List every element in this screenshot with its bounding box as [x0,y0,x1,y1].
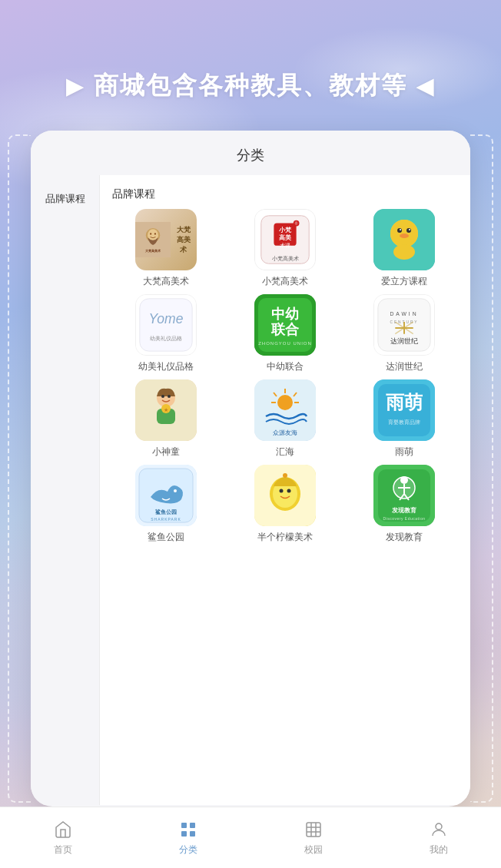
brand-logo-huihai: 众源友海 [254,379,316,441]
svg-text:术课: 术课 [280,243,290,248]
svg-text:育婴教育品牌: 育婴教育品牌 [388,419,420,426]
brand-name-xiaoshen: 小神童 [152,446,180,459]
brand-logo-faxian: 发现教育 Discovery Education [373,465,435,526]
svg-text:ZHONGYOU UNION: ZHONGYOU UNION [258,341,312,346]
svg-point-4 [154,233,155,234]
bottom-navigation: 首页 分类 校园 [0,807,501,868]
brand-item-bangelemon[interactable]: 半个柠檬美术 [228,465,341,544]
svg-text:联合: 联合 [270,322,300,337]
svg-text:大梵高美术: 大梵高美术 [144,249,161,253]
nav-item-category[interactable]: 分类 [125,819,250,856]
brand-logo-yumeng: 雨萌 育婴教育品牌 [373,379,435,441]
svg-rect-79 [190,823,195,828]
nav-label-category: 分类 [179,843,197,856]
mine-icon [428,819,450,840]
brand-name-dafan: 大梵高美术 [143,275,189,288]
nav-label-campus: 校园 [304,843,323,856]
brand-logo-xiaofan: 小梵 高美 术课 ® 小梵高美术 [254,209,316,270]
dashed-border-left [8,134,31,803]
brand-item-yumeng[interactable]: 雨萌 育婴教育品牌 雨萌 [348,379,461,459]
brand-item-youmei[interactable]: Yome 幼美礼仪品格 幼美礼仪品格 [109,294,222,373]
brand-name-faxian: 发现教育 [386,531,423,544]
brand-name-huihai: 汇海 [276,446,294,459]
brand-logo-zhongyou: 中幼 联合 ZHONGYOU UNION [254,294,316,356]
svg-point-67 [283,473,287,478]
brand-logo-ailifang [373,209,435,270]
brand-logo-jingyu: 鲨鱼公园 SHARKPARK [135,465,197,526]
brand-name-jingyu: 鲨鱼公园 [148,531,184,544]
brand-item-zhongyou[interactable]: 中幼 联合 ZHONGYOU UNION 中幼联合 [228,294,341,373]
svg-text:SHARKPARK: SHARKPARK [151,517,181,522]
svg-text:★: ★ [164,407,168,412]
card-title: 分类 [31,131,470,175]
header-banner: ▶ 商城包含各种教具、教材等 ◀ [0,69,501,103]
brand-item-darun[interactable]: DAWIN CENTURY 达润世纪 达润世纪 [348,294,461,373]
brand-item-huihai[interactable]: 众源友海 汇海 [228,379,341,459]
nav-label-mine: 我的 [430,843,448,856]
svg-text:雨萌: 雨萌 [386,392,423,412]
brand-item-dafan[interactable]: 大梵高美术 大梵高美术 [109,209,222,288]
section-title-brand: 品牌课程 [106,184,464,209]
brand-logo-dafan: 大梵高美术 [135,209,197,270]
brand-item-xiaofan[interactable]: 小梵 高美 术课 ® 小梵高美术 小梵高美术 [228,209,341,288]
svg-rect-82 [307,823,320,837]
svg-point-40 [161,395,164,398]
category-icon [178,819,199,840]
brand-name-yumeng: 雨萌 [395,446,413,459]
svg-point-20 [400,229,401,230]
nav-item-campus[interactable]: 校园 [250,819,376,856]
main-card: 分类 品牌课程 品牌课程 [31,131,470,807]
arrow-left-icon: ▶ [66,74,85,99]
brand-name-youmei: 幼美礼仪品格 [138,360,194,373]
brand-item-faxian[interactable]: 发现教育 Discovery Education 发现教育 [348,465,461,544]
svg-text:达润世纪: 达润世纪 [390,337,418,345]
svg-point-87 [436,823,442,830]
svg-text:DAWIN: DAWIN [390,311,419,316]
svg-text:中幼: 中幼 [271,306,299,322]
svg-point-23 [393,244,415,260]
svg-text:高美: 高美 [279,234,292,241]
campus-icon [303,819,324,840]
brand-logo-xiaoshen: ★ [135,379,197,441]
brand-item-ailifang[interactable]: 爱立方课程 [348,209,461,288]
dashed-border-right [470,134,493,803]
svg-point-66 [287,489,290,493]
svg-text:Yome: Yome [148,311,183,326]
card-body: 品牌课程 品牌课程 [31,175,470,805]
brand-name-bangelemon: 半个柠檬美术 [257,531,313,544]
svg-text:Discovery Education: Discovery Education [383,516,426,521]
brand-name-ailifang: 爱立方课程 [381,275,427,288]
brand-logo-bangelemon [254,465,316,526]
brand-name-darun: 达润世纪 [386,360,423,373]
brand-item-xiaoshen[interactable]: ★ 小神童 [109,379,222,459]
category-sidebar: 品牌课程 [31,175,100,805]
svg-point-71 [400,476,408,484]
svg-text:鲨鱼公园: 鲨鱼公园 [155,509,177,515]
svg-point-22 [400,234,409,238]
svg-point-3 [150,233,151,234]
svg-point-18 [397,228,402,233]
nav-item-home[interactable]: 首页 [0,819,125,856]
svg-text:幼美礼仪品格: 幼美礼仪品格 [150,336,182,342]
sidebar-item-brand-courses[interactable]: 品牌课程 [31,181,99,217]
svg-rect-78 [181,823,187,828]
nav-item-mine[interactable]: 我的 [376,819,501,856]
svg-point-41 [168,395,171,398]
home-icon [52,819,74,840]
svg-point-59 [174,489,177,492]
svg-rect-80 [181,831,187,837]
brand-name-zhongyou: 中幼联合 [267,360,304,373]
brand-name-xiaofan: 小梵高美术 [262,275,308,288]
brand-courses-content: 品牌课程 [100,175,470,805]
header-title: 商城包含各种教具、教材等 [94,69,407,103]
nav-label-home: 首页 [54,843,72,856]
brand-logo-darun: DAWIN CENTURY 达润世纪 [373,294,435,356]
brand-grid: 大梵高美术 大梵高美术 小梵 高美 [106,209,464,544]
brand-logo-youmei: Yome 幼美礼仪品格 [135,294,197,356]
svg-text:®: ® [295,221,298,226]
svg-point-65 [279,489,283,493]
svg-point-19 [406,228,411,233]
brand-item-jingyu[interactable]: 鲨鱼公园 SHARKPARK 鲨鱼公园 [109,465,222,544]
svg-point-21 [409,229,410,230]
svg-text:小梵高美术: 小梵高美术 [271,256,298,261]
